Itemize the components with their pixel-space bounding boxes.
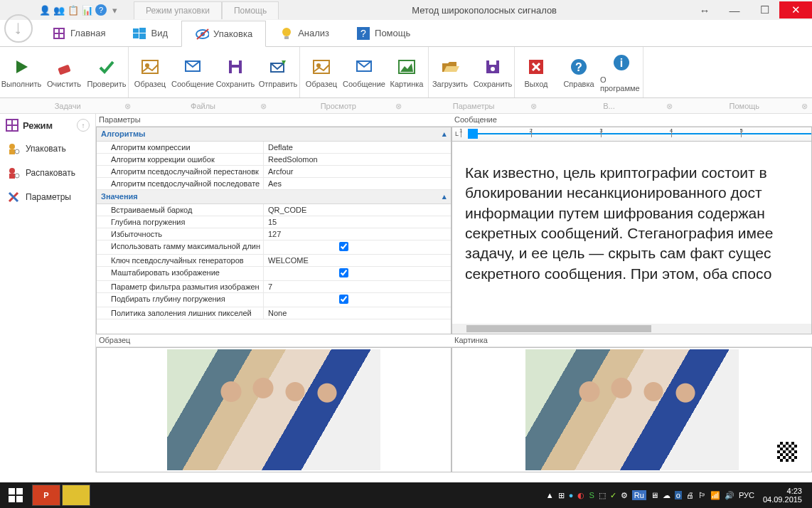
sidebar-item-параметры[interactable]: Параметры	[0, 185, 95, 209]
qa-icon-4[interactable]: 📊	[81, 4, 94, 16]
ribbon-очистить[interactable]: Очистить	[43, 47, 85, 97]
param-row[interactable]: Алгоритм псевдослучайной последоватеAes	[97, 178, 451, 190]
ribbon-сообщение[interactable]: Сообщение	[171, 47, 214, 97]
ribbon-проверить[interactable]: Проверить	[85, 47, 128, 97]
ribbon-сохранить[interactable]: Сохранить	[471, 47, 514, 97]
qa-icon-3[interactable]: 📋	[67, 4, 80, 16]
qa-help-icon[interactable]: ?	[95, 4, 107, 16]
horizontal-scrollbar[interactable]	[452, 324, 811, 334]
tray-icon[interactable]: ✓	[610, 491, 616, 500]
param-value[interactable]	[264, 293, 451, 307]
tray-icon[interactable]: ⚙	[621, 491, 628, 500]
param-row[interactable]: Политика заполения лишних пикселейNone	[97, 307, 451, 319]
ribbon-картинка[interactable]: Картинка	[385, 47, 428, 97]
tray-icon[interactable]: ⊞	[558, 491, 565, 500]
close-section-icon[interactable]: ⊗	[530, 102, 537, 111]
ribbon-о программе[interactable]: iО программе	[600, 47, 643, 97]
param-value[interactable]: Aes	[264, 178, 451, 189]
tray-icon[interactable]: ●	[569, 491, 574, 499]
param-row[interactable]: Использовать гамму максимальной длин	[97, 240, 451, 255]
taskbar-app-powerpoint[interactable]: P	[32, 485, 60, 506]
sidebar-item-упаковать[interactable]: Упаковать	[0, 137, 95, 161]
param-value[interactable]: ReedSolomon	[264, 154, 451, 165]
qa-dropdown-icon[interactable]: ▾	[108, 4, 121, 16]
param-row[interactable]: Глубина погружения15	[97, 216, 451, 228]
param-checkbox[interactable]	[339, 268, 348, 277]
collapse-icon[interactable]: ▴	[442, 129, 447, 139]
qa-icon-1[interactable]: 👤	[38, 4, 51, 16]
tray-icon[interactable]: 📶	[710, 491, 720, 500]
back-button[interactable]: ⭣	[4, 14, 33, 43]
ribbon-выполнить[interactable]: Выполнить	[0, 47, 43, 97]
close-section-icon[interactable]: ⊗	[124, 102, 131, 111]
qa-icon-2[interactable]: 👥	[53, 4, 65, 16]
close-button[interactable]: ✕	[779, 1, 812, 18]
tab-view[interactable]: Вид	[119, 20, 181, 46]
ruler[interactable]: L 12345	[452, 127, 811, 142]
tab-analysis[interactable]: Анализ	[266, 20, 343, 46]
param-value[interactable]: QR_CODE	[264, 204, 451, 216]
tray-icon[interactable]: 🖥	[651, 491, 658, 499]
ribbon-toggle-icon[interactable]: ↔	[690, 1, 720, 18]
tray-lang[interactable]: РУС	[739, 491, 754, 499]
param-checkbox[interactable]	[339, 295, 348, 304]
collapse-icon[interactable]: ▴	[442, 192, 447, 201]
maximize-button[interactable]: ☐	[749, 1, 779, 18]
tray-icon[interactable]: ☁	[663, 491, 671, 500]
param-value[interactable]	[264, 240, 451, 254]
param-checkbox[interactable]	[339, 242, 348, 251]
param-value[interactable]: 7	[264, 281, 451, 292]
param-value[interactable]	[264, 267, 451, 280]
tray-icon[interactable]: S	[589, 491, 594, 499]
param-row[interactable]: Избыточность127	[97, 228, 451, 240]
param-value[interactable]: 127	[264, 228, 451, 240]
tray-icon[interactable]: ⬚	[599, 491, 606, 500]
tab-home[interactable]: Главная	[38, 20, 119, 46]
ribbon-выход[interactable]: Выход	[515, 47, 557, 97]
taskbar-app-current[interactable]	[62, 485, 90, 506]
param-row[interactable]: Алгоритм псевдослучайной перестановкArcf…	[97, 166, 451, 178]
tray-icon[interactable]: o	[675, 491, 682, 499]
tab-help[interactable]: ?Помощь	[343, 20, 424, 46]
param-value[interactable]: Deflate	[264, 142, 451, 153]
param-row[interactable]: Встраиваемый баркодQR_CODE	[97, 204, 451, 216]
close-section-icon[interactable]: ⊗	[666, 102, 673, 111]
tray-icon[interactable]: ◐	[577, 491, 584, 500]
param-category[interactable]: Значения▴	[97, 190, 451, 204]
tray-icon[interactable]: 🔊	[725, 491, 734, 500]
top-tab-mode[interactable]: Режим упаковки	[134, 1, 222, 19]
param-row[interactable]: Подбирать глубину погружения	[97, 293, 451, 307]
tray-icon[interactable]: 🏳	[698, 491, 706, 499]
minimize-button[interactable]: —	[720, 1, 749, 18]
top-tab-help[interactable]: Помощь	[222, 1, 279, 19]
close-section-icon[interactable]: ⊗	[801, 102, 808, 111]
param-value[interactable]: WELCOME	[264, 255, 451, 266]
scrollbar-thumb[interactable]	[466, 325, 651, 332]
param-row[interactable]: Алгоритм компрессииDeflate	[97, 142, 451, 154]
param-row[interactable]: Алгоритм коррекции ошибокReedSolomon	[97, 154, 451, 166]
close-section-icon[interactable]: ⊗	[260, 102, 267, 111]
param-row[interactable]: Маштабировать изображение	[97, 267, 451, 281]
param-value[interactable]: Arcfour	[264, 166, 451, 177]
tab-packing[interactable]: Упаковка	[181, 21, 266, 47]
tray-icon[interactable]: 🖨	[686, 491, 694, 499]
ribbon-образец[interactable]: Образец	[129, 47, 171, 97]
message-text[interactable]: Как известно, цель криптографии состоит …	[452, 142, 811, 324]
ribbon-отправить[interactable]: Отправить	[257, 47, 299, 97]
ribbon-образец[interactable]: Образец	[300, 47, 343, 97]
ribbon-загрузить[interactable]: Загрузить	[429, 47, 471, 97]
param-category[interactable]: Алгоритмы▴	[97, 127, 451, 142]
collapse-icon[interactable]: ↑	[77, 119, 90, 132]
taskbar-clock[interactable]: 4:23 04.09.2015	[759, 487, 806, 504]
tray-icon[interactable]: ▲	[546, 491, 554, 499]
param-row[interactable]: Ключ псевдослучайных генераторовWELCOME	[97, 255, 451, 267]
start-button[interactable]	[0, 482, 31, 508]
sidebar-item-распаковать[interactable]: Распаковать	[0, 161, 95, 185]
ribbon-сохранить[interactable]: Сохранить	[214, 47, 257, 97]
close-section-icon[interactable]: ⊗	[395, 102, 402, 111]
param-value[interactable]: None	[264, 307, 451, 319]
ribbon-справка[interactable]: ?Справка	[557, 47, 600, 97]
tray-lang-badge[interactable]: Ru	[632, 490, 646, 500]
param-value[interactable]: 15	[264, 216, 451, 228]
ribbon-сообщение[interactable]: Сообщение	[343, 47, 385, 97]
